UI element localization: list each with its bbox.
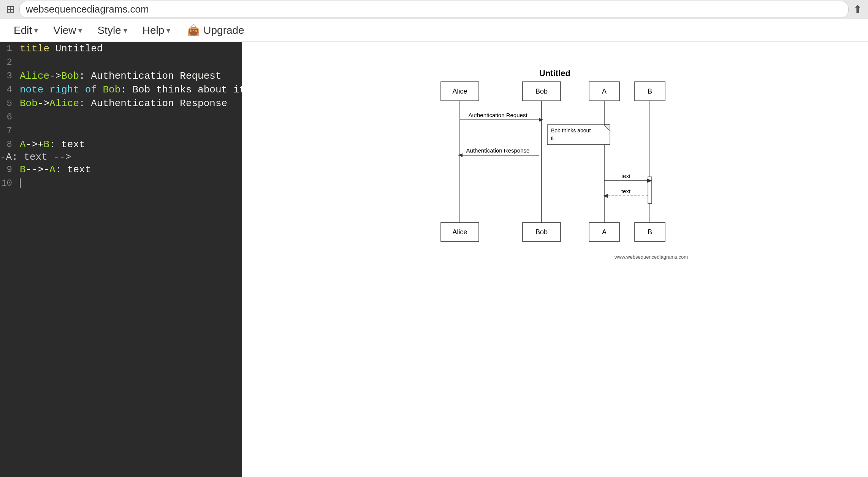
- menu-edit-arrow: ▾: [34, 26, 38, 35]
- menu-style-arrow: ▾: [124, 26, 127, 35]
- line-number-4: 4: [0, 83, 17, 97]
- share-icon[interactable]: ⬆: [853, 3, 862, 16]
- line-number-9: 9: [0, 163, 17, 176]
- diagram-container: Untitled Alice Bob A B: [422, 65, 688, 264]
- browser-chrome: ⊞ websequencediagrams.com ⬆: [0, 0, 868, 19]
- menu-style-label: Style: [97, 24, 121, 37]
- code-line-4: 4 note right of Bob: Bob thinks about it: [0, 83, 242, 97]
- line-content-2: [17, 56, 242, 69]
- text-cursor: [20, 178, 21, 188]
- menu-edit-label: Edit: [14, 24, 32, 37]
- msg-label-2: Authentication Response: [466, 147, 530, 154]
- sequence-diagram: Untitled Alice Bob A B: [422, 65, 688, 262]
- menu-style[interactable]: Style ▾: [91, 21, 133, 40]
- menu-help-label: Help: [143, 24, 165, 37]
- actor-label-b-bottom: B: [648, 228, 652, 236]
- msg-arrowhead-1: [539, 118, 543, 122]
- line-content-9: B-->-A: text: [17, 163, 242, 176]
- line-number-10: 10: [0, 176, 17, 190]
- translate-icon[interactable]: ⊞: [6, 3, 15, 16]
- actor-label-bob-top: Bob: [535, 87, 548, 95]
- note-text-1: Bob thinks about: [551, 127, 591, 134]
- line-content-7: [17, 124, 242, 138]
- code-line-1: 1 title Untitled: [0, 42, 242, 56]
- code-line-5: 5 Bob->Alice: Authentication Response: [0, 97, 242, 110]
- line-content-1: title Untitled: [17, 42, 242, 56]
- menu-help[interactable]: Help ▾: [136, 21, 177, 40]
- actor-label-a-top: A: [602, 87, 607, 95]
- code-line-3: 3 Alice->Bob: Authentication Request: [0, 69, 242, 83]
- actor-label-bob-bottom: Bob: [535, 228, 548, 236]
- main-layout: 1 title Untitled 2 3 Alice->Bob: Authent…: [0, 42, 868, 477]
- line-number-6: 6: [0, 110, 17, 124]
- line-number-2: 2: [0, 56, 17, 69]
- msg-arrowhead-2: [458, 153, 463, 157]
- line-content-6: [17, 110, 242, 124]
- line-number-3: 3: [0, 69, 17, 83]
- actor-label-alice-bottom: Alice: [452, 228, 467, 236]
- actor-label-alice-top: Alice: [452, 87, 467, 95]
- note-text-2: it: [551, 135, 554, 141]
- code-line-6: 6: [0, 110, 242, 124]
- msg-label-4: text: [621, 188, 631, 194]
- msg-arrowhead-4: [603, 194, 608, 198]
- upgrade-label: Upgrade: [203, 24, 244, 37]
- line-number-5: 5: [0, 97, 17, 110]
- actor-label-a-bottom: A: [602, 228, 607, 236]
- line-content-8: A->+B: text: [17, 138, 242, 151]
- upgrade-icon: 👜: [187, 24, 200, 37]
- line-content-10: [17, 176, 242, 190]
- diagram-title: Untitled: [539, 68, 570, 78]
- msg-label-3: text: [621, 173, 631, 179]
- upgrade-button[interactable]: 👜 Upgrade: [179, 21, 252, 40]
- line-number-1: 1: [0, 42, 17, 56]
- line-content-5: Bob->Alice: Authentication Response: [17, 97, 242, 110]
- line-number-8: 8: [0, 138, 17, 151]
- url-bar[interactable]: websequencediagrams.com: [19, 1, 849, 18]
- line-content-4: note right of Bob: Bob thinks about it: [17, 83, 242, 97]
- menu-view[interactable]: View ▾: [47, 21, 88, 40]
- code-line-9: 9 B-->-A: text: [0, 163, 242, 176]
- line-number-7: 7: [0, 124, 17, 138]
- diagram-footer: www.websequencediagrams.com: [614, 254, 688, 260]
- actor-label-b-top: B: [648, 87, 652, 95]
- menu-view-label: View: [53, 24, 76, 37]
- diagram-area: Untitled Alice Bob A B: [242, 42, 868, 477]
- menu-bar: Edit ▾ View ▾ Style ▾ Help ▾ 👜 Upgrade: [0, 19, 868, 42]
- line-content-3: Alice->Bob: Authentication Request: [17, 69, 242, 83]
- code-line-7: 7: [0, 124, 242, 138]
- code-line-2: 2: [0, 56, 242, 69]
- code-editor[interactable]: 1 title Untitled 2 3 Alice->Bob: Authent…: [0, 42, 242, 477]
- msg-label-1: Authentication Request: [468, 112, 527, 118]
- code-line-10: 10: [0, 176, 242, 190]
- menu-view-arrow: ▾: [78, 26, 82, 35]
- code-line-8: 8 A->+B: text: [0, 138, 242, 151]
- menu-help-arrow: ▾: [166, 26, 170, 35]
- menu-edit[interactable]: Edit ▾: [8, 21, 44, 40]
